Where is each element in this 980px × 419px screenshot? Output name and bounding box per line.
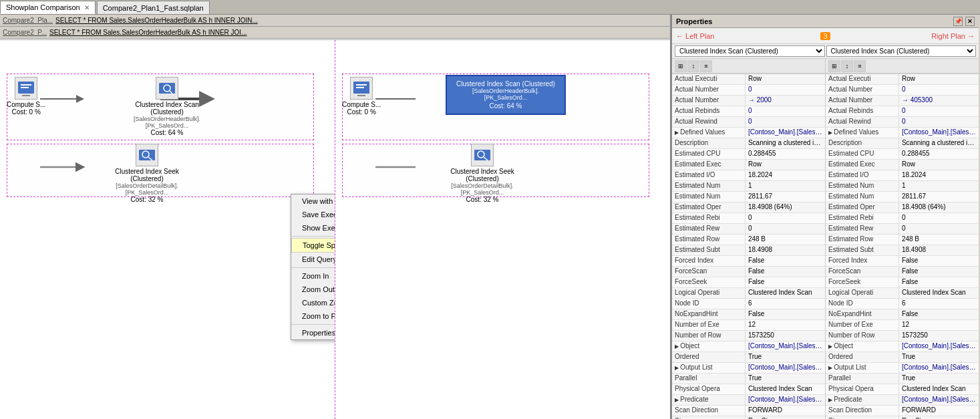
right-prop-key-6: Description bbox=[826, 138, 899, 148]
right-plan-dropdown[interactable]: Clustered Index Scan (Clustered) bbox=[826, 45, 977, 57]
prop-icon-left-2: → bbox=[748, 96, 757, 104]
left-prop-val-14: 0 bbox=[746, 224, 825, 234]
left-toolbar-sort-icon[interactable]: ↕ bbox=[687, 60, 699, 72]
expand-arrow-right-30[interactable]: ▶ bbox=[828, 397, 834, 403]
right-toolbar-list-icon[interactable]: ≡ bbox=[854, 60, 866, 72]
left-toolbar-list-icon[interactable]: ≡ bbox=[700, 60, 712, 72]
left-prop-row-8: Estimated ExecRow bbox=[672, 160, 825, 170]
left-scan-label: Clustered Index Scan (Clustered) bbox=[124, 101, 210, 116]
plan-arrows-row: ← Left Plan 3 Right Plan → bbox=[672, 28, 979, 44]
right-prop-key-24: Number of Row bbox=[826, 331, 899, 341]
right-prop-val-13: 0 bbox=[899, 213, 979, 223]
right-prop-val-21: 6 bbox=[899, 299, 979, 309]
left-prop-row-29: Physical OperaClustered Index Scan bbox=[672, 384, 825, 395]
left-prop-val-19: False bbox=[746, 277, 825, 287]
menu-show-xml[interactable]: Show Execution Plan XML... bbox=[291, 221, 335, 235]
menu-zoom-out[interactable]: Zoom Out bbox=[291, 283, 335, 296]
expand-arrow-left-5[interactable]: ▶ bbox=[675, 130, 680, 136]
right-scan-hl-sub1: [SalesOrderHeaderBulk].[PK_SalesOrd... bbox=[452, 88, 559, 101]
left-prop-val-13: 0 bbox=[746, 213, 825, 223]
left-prop-key-21: Node ID bbox=[672, 299, 746, 309]
expand-arrow-left-25[interactable]: ▶ bbox=[675, 343, 680, 350]
right-compute-icon bbox=[350, 77, 373, 100]
tab-close-showplan[interactable]: ✕ bbox=[84, 4, 90, 11]
left-prop-val-24: 1573250 bbox=[746, 331, 825, 341]
left-prop-val-4: 0 bbox=[746, 117, 825, 127]
right-prop-row-21: Node ID6 bbox=[826, 299, 979, 309]
menu-edit-query[interactable]: Edit Query Text... bbox=[291, 253, 335, 266]
menu-toggle-splitter[interactable]: Toggle Splitter Orientation bbox=[291, 238, 335, 253]
right-prop-val-1: 0 bbox=[899, 85, 979, 95]
right-prop-val-18: False bbox=[899, 267, 979, 277]
right-prop-val-0: Row bbox=[899, 74, 979, 84]
left-prop-val-7: 0.288455 bbox=[746, 149, 825, 159]
left-plan-panel[interactable]: Compute S... Cost: 0 % Clustered Index S… bbox=[0, 40, 335, 419]
left-prop-row-15: Estimated Row248 B bbox=[672, 235, 825, 245]
right-prop-val-4: 0 bbox=[899, 117, 979, 127]
menu-save-plan[interactable]: Save Execution Plan As... bbox=[291, 208, 335, 221]
right-plan-panel[interactable]: Compute S... Cost: 0 % Clustered Index S… bbox=[335, 40, 670, 419]
left-prop-key-11: Estimated Num bbox=[672, 192, 746, 202]
right-prop-key-1: Actual Number bbox=[826, 85, 899, 95]
expand-arrow-right-27[interactable]: ▶ bbox=[828, 365, 834, 371]
expand-arrow-right-5[interactable]: ▶ bbox=[828, 130, 834, 136]
left-prop-key-5: ▶ Defined Values bbox=[672, 128, 746, 138]
left-toolbar-grid-icon[interactable]: ⊞ bbox=[675, 60, 687, 72]
right-node-scan-highlighted[interactable]: Clustered Index Scan (Clustered) [SalesO… bbox=[446, 75, 566, 115]
arrow-number: 3 bbox=[820, 32, 830, 40]
expand-arrow-left-27[interactable]: ▶ bbox=[675, 365, 680, 371]
right-scan-hl-title: Clustered Index Scan (Clustered) bbox=[452, 80, 559, 88]
left-prop-key-29: Physical Opera bbox=[672, 384, 746, 394]
left-plan-dropdown[interactable]: Clustered Index Scan (Clustered) bbox=[675, 45, 825, 57]
right-plan-arrow: Right Plan → bbox=[836, 32, 975, 40]
left-prop-key-2: Actual Number bbox=[672, 96, 746, 106]
query-text-left: SELECT * FROM Sales.SalesOrderHeaderBulk… bbox=[55, 17, 258, 24]
right-prop-row-30: ▶ Predicate[Contoso_Main].[Sales].[S bbox=[826, 395, 979, 406]
tab-sqlplan[interactable]: Compare2_Plan1_Fast.sqlplan bbox=[97, 1, 210, 14]
left-prop-key-30: ▶ Predicate bbox=[672, 395, 746, 405]
right-prop-val-12: 18.4908 (64%) bbox=[899, 202, 979, 213]
menu-custom-zoom[interactable]: Custom Zoom... bbox=[291, 296, 335, 309]
right-prop-key-9: Estimated I/O bbox=[826, 170, 899, 180]
right-node-compute: Compute S... Cost: 0 % bbox=[342, 77, 381, 116]
tab-showplan-comparison[interactable]: Showplan Comparison ✕ bbox=[0, 1, 96, 14]
right-prop-val-16: 18.4908 bbox=[899, 245, 979, 255]
right-prop-key-32: Storage bbox=[826, 416, 899, 419]
left-prop-key-4: Actual Rewind bbox=[672, 117, 746, 127]
right-toolbar-sort-icon[interactable]: ↕ bbox=[841, 60, 853, 72]
right-compute-label: Compute S... bbox=[342, 101, 381, 108]
left-seek-cost: Cost: 32 % bbox=[131, 196, 164, 203]
menu-zoom-fit[interactable]: Zoom to Fit bbox=[291, 309, 335, 323]
properties-pin-btn[interactable]: 📌 bbox=[953, 17, 963, 26]
left-prop-val-6: Scanning a clustered inde bbox=[746, 138, 825, 148]
expand-arrow-right-25[interactable]: ▶ bbox=[828, 343, 834, 350]
left-prop-row-25: ▶ Object[Contoso_Main].[Sales].[S bbox=[672, 341, 825, 352]
properties-close-btn[interactable]: ✕ bbox=[965, 17, 975, 26]
right-prop-key-25: ▶ Object bbox=[826, 341, 899, 352]
left-prop-col: Actual ExecutiRowActual Number0Actual Nu… bbox=[672, 74, 826, 419]
right-prop-key-30: ▶ Predicate bbox=[826, 395, 899, 405]
context-menu: View with SQL Sentry Plan Explorer Save … bbox=[291, 194, 335, 340]
right-prop-row-4: Actual Rewind0 bbox=[826, 117, 979, 128]
right-toolbar-grid-icon[interactable]: ⊞ bbox=[828, 60, 840, 72]
right-prop-val-10: 1 bbox=[899, 181, 979, 191]
right-scan-hl-cost: Cost: 64 % bbox=[452, 102, 559, 110]
right-prop-row-7: Estimated CPU0.288455 bbox=[826, 149, 979, 160]
right-prop-val-29: Clustered Index Scan bbox=[899, 384, 979, 394]
svg-rect-5 bbox=[21, 87, 29, 88]
right-prop-val-8: Row bbox=[899, 160, 979, 170]
left-prop-row-12: Estimated Oper18.4908 (64%) bbox=[672, 202, 825, 213]
left-seek-label: Clustered Index Seek (Clustered) bbox=[104, 168, 190, 182]
right-prop-key-16: Estimated Subt bbox=[826, 245, 899, 255]
left-prop-row-31: Scan DirectionFORWARD bbox=[672, 406, 825, 416]
menu-view-sql-sentry[interactable]: View with SQL Sentry Plan Explorer bbox=[291, 194, 335, 208]
right-prop-val-3: 0 bbox=[899, 106, 979, 116]
left-prop-key-15: Estimated Row bbox=[672, 235, 746, 245]
right-prop-row-20: Logical OperatiClustered Index Scan bbox=[826, 288, 979, 299]
expand-arrow-left-30[interactable]: ▶ bbox=[675, 397, 680, 403]
menu-properties[interactable]: Properties bbox=[291, 326, 335, 339]
right-seek-label: Clustered Index Seek (Clustered) bbox=[439, 168, 526, 182]
menu-zoom-in[interactable]: Zoom In bbox=[291, 269, 335, 283]
left-prop-row-6: DescriptionScanning a clustered inde bbox=[672, 138, 825, 149]
right-prop-key-17: Forced Index bbox=[826, 256, 899, 266]
